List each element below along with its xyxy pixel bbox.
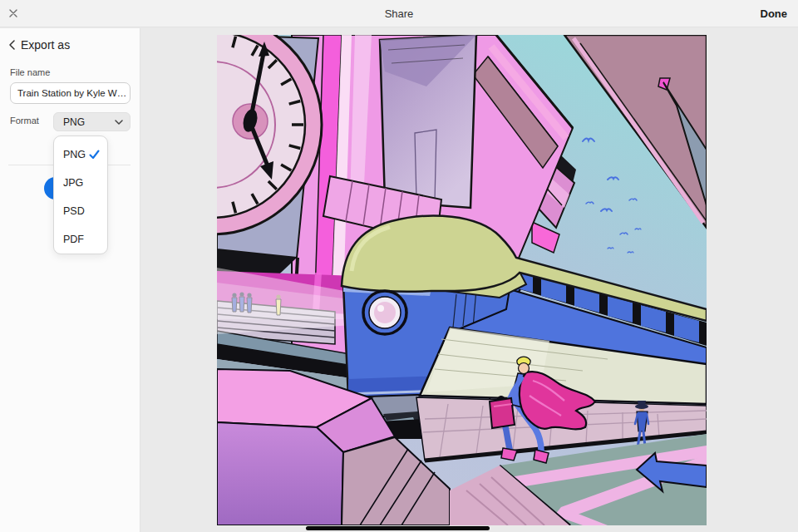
menu-item-png[interactable]: PNG <box>54 140 107 169</box>
top-bar: Share Done <box>0 0 798 27</box>
chevron-down-icon <box>115 120 123 125</box>
page-root: Share Done Export as File name Train Sta… <box>0 0 798 532</box>
format-label: Format <box>10 116 39 126</box>
share-title: Share <box>385 7 414 20</box>
home-indicator[interactable] <box>306 526 490 530</box>
menu-item-jpg[interactable]: JPG <box>54 169 107 197</box>
sidebar-header: Export as <box>0 37 70 53</box>
chevron-left-icon <box>9 40 15 50</box>
briefcase <box>490 398 515 428</box>
format-select-value: PNG <box>63 116 115 128</box>
check-icon <box>89 150 100 160</box>
artwork-preview <box>217 35 707 525</box>
format-menu: PNG JPG PSD PDF <box>53 135 108 254</box>
file-name-label: File name <box>10 67 50 77</box>
format-select[interactable]: PNG <box>53 112 131 131</box>
back-button[interactable] <box>3 37 20 53</box>
file-name-input[interactable]: Train Station by Kyle W… <box>10 82 131 104</box>
done-button[interactable]: Done <box>761 7 788 20</box>
export-sidebar: Export as File name Train Station by Kyl… <box>0 28 140 532</box>
menu-item-psd[interactable]: PSD <box>54 197 107 225</box>
headlight <box>363 291 406 334</box>
export-as-title: Export as <box>21 38 70 52</box>
close-icon <box>9 9 17 17</box>
menu-item-pdf[interactable]: PDF <box>54 225 107 254</box>
close-button[interactable] <box>7 7 20 20</box>
